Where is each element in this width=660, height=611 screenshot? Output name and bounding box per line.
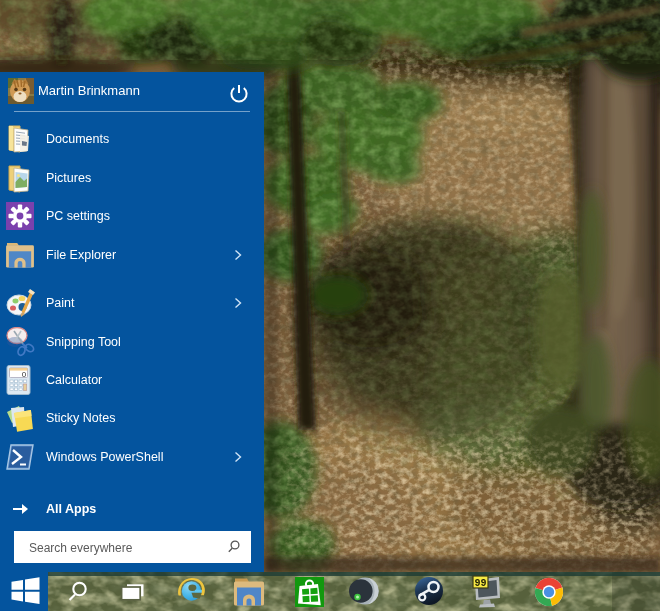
svg-text:99: 99 bbox=[474, 578, 486, 589]
svg-text:0: 0 bbox=[22, 370, 27, 379]
